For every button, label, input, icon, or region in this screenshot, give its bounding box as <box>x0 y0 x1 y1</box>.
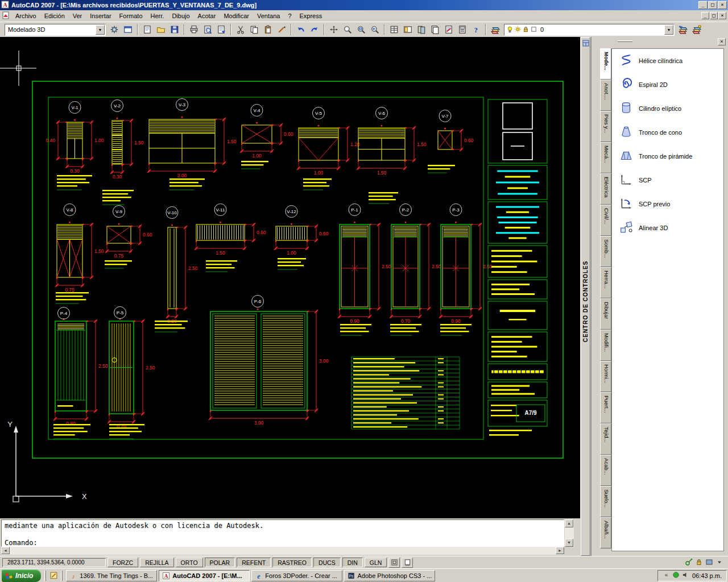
palette-tab-tejid[interactable]: Tejid... <box>600 423 611 455</box>
properties-button[interactable] <box>387 23 401 36</box>
workspace-settings-button[interactable] <box>107 23 121 36</box>
fixture-P-3[interactable]: 2.500.90P-3 <box>439 204 493 325</box>
fixture-V-3[interactable]: 1.502.00V-3 <box>147 99 237 179</box>
fixture-V-8[interactable]: 1.500.75V-8 <box>55 204 104 293</box>
copy-button[interactable] <box>247 23 261 36</box>
pan-button[interactable] <box>327 23 341 36</box>
restore-button[interactable]: □ <box>708 1 717 9</box>
zoom-realtime-button[interactable] <box>341 23 354 36</box>
drawing-canvas[interactable]: 0.401.000.30V-11.500.30V-21.502.00V-30.6… <box>0 37 580 518</box>
palette-tab-somb[interactable]: Somb... <box>600 236 611 267</box>
fixture-V-5[interactable]: 1.201.00V-5 <box>297 107 360 176</box>
palette-tool-tronco-de-cono[interactable]: Tronco de cono <box>612 120 723 144</box>
layer-combo[interactable]: 0 ▼ <box>504 24 675 36</box>
fixture-P-4[interactable]: 2.500.80P-4 <box>53 307 108 427</box>
plot-preview-button[interactable] <box>201 23 214 36</box>
palette-tab-mec[interactable]: Mecá... <box>600 142 611 173</box>
communication-center-icon[interactable] <box>685 558 693 567</box>
palette-close-icon[interactable]: × <box>718 38 726 45</box>
design-center-dock-bar[interactable]: CENTRO DE CONTROLES <box>581 37 590 556</box>
command-horizontal-scrollbar[interactable]: ◄ ► <box>1 547 564 555</box>
menu-help[interactable]: ? <box>284 11 295 21</box>
menu-express[interactable]: Express <box>296 11 326 21</box>
palette-drag-handle[interactable] <box>618 40 632 42</box>
palette-tab-anot[interactable]: Anot.... <box>600 80 611 111</box>
palette-tab-herra[interactable]: Herra... <box>600 267 611 298</box>
task-adobe-photoshop-cs3[interactable]: PsAdobe Photoshop CS3 - ... <box>344 570 435 581</box>
tool-palettes-button[interactable] <box>415 23 428 36</box>
zoom-previous-button[interactable] <box>368 23 382 36</box>
plot-button[interactable] <box>187 23 201 36</box>
paper-space-button[interactable] <box>402 558 413 568</box>
new-file-button[interactable] <box>140 23 154 36</box>
mdi-restore-button[interactable]: □ <box>710 12 718 19</box>
quicklaunch-acad-icon[interactable] <box>48 570 59 581</box>
palette-tool-alinear-3d[interactable]: Alinear 3D <box>612 216 723 240</box>
palette-tool-espiral-2d[interactable]: Espiral 2D <box>612 73 723 97</box>
publish-button[interactable] <box>214 23 228 36</box>
fixture-P-1[interactable]: 2.500.90P-1 <box>338 204 391 325</box>
quickcalc-button[interactable] <box>456 23 469 36</box>
fixture-P-6[interactable]: 3.003.00P-6 <box>209 296 329 426</box>
help-button[interactable]: ? <box>469 23 483 36</box>
mdi-minimize-button[interactable]: _ <box>701 12 709 19</box>
layer-previous-button[interactable] <box>676 23 690 36</box>
fixture-V-12[interactable]: 0.601.00V-12 <box>274 206 329 256</box>
palette-tab-hormi[interactable]: Hormi... <box>600 361 611 392</box>
palette-tab-acab[interactable]: Acab... <box>600 455 611 486</box>
task-1369-the-ting-tings-b[interactable]: ♪1369. The Ting Tings - B... <box>66 570 157 581</box>
toggle-rastreo[interactable]: RASTREO <box>272 558 312 567</box>
palette-tab-puert[interactable]: Puert... <box>600 392 611 423</box>
scroll-left-icon[interactable]: ◄ <box>1 547 10 554</box>
command-history[interactable]: mediante una aplicación de Autodesk o co… <box>1 519 564 547</box>
save-file-button[interactable] <box>168 23 181 36</box>
menu-ventana[interactable]: Ventana <box>253 11 284 21</box>
zoom-window-button[interactable] <box>354 23 368 36</box>
designcenter-button[interactable] <box>401 23 415 36</box>
palette-tab-dibujar[interactable]: Dibujar <box>600 298 611 330</box>
status-arrow-icon[interactable] <box>715 558 723 567</box>
toggle-polar[interactable]: POLAR <box>205 558 235 567</box>
fixture-P-5[interactable]: 2.500.70P-5 <box>107 307 155 430</box>
fixture-V-9[interactable]: 0.600.75V-9 <box>105 206 152 259</box>
palette-tab-civil[interactable]: Civil/... <box>600 205 611 236</box>
menu-archivo[interactable]: Archivo <box>11 11 40 21</box>
messenger-icon[interactable] <box>672 571 680 580</box>
menu-modificar[interactable]: Modificar <box>220 11 253 21</box>
task-autocad-2007-e-m[interactable]: AAutoCAD 2007 - [E:\M... <box>159 570 250 581</box>
toolbar-lock-icon[interactable] <box>695 558 703 567</box>
fixture-V-4[interactable]: 0.601.00V-4 <box>240 105 293 159</box>
menu-herr[interactable]: Herr. <box>147 11 168 21</box>
fixture-V-2[interactable]: 1.500.30V-2 <box>110 100 144 180</box>
toggle-forzc[interactable]: FORZC <box>107 558 138 567</box>
menu-dibujo[interactable]: Dibujo <box>168 11 193 21</box>
layer-states-button[interactable] <box>690 23 704 36</box>
markup-button[interactable] <box>442 23 456 36</box>
cad-drawing[interactable]: 0.401.000.30V-11.500.30V-21.502.00V-30.6… <box>0 37 580 518</box>
workspace-combo[interactable]: Modelado 3D ▼ <box>5 24 106 36</box>
fixture-V-11[interactable]: 0.601.50V-11 <box>195 204 266 256</box>
command-vertical-scrollbar[interactable]: ▲ ▼ <box>565 519 574 547</box>
palette-tool-h-lice-cil-ndrica[interactable]: Hélice cilíndrica <box>612 49 723 73</box>
scroll-right-icon[interactable]: ► <box>556 547 564 554</box>
palette-tab-pies-y[interactable]: Pies y... <box>600 111 611 142</box>
toggle-gln[interactable]: GLN <box>365 558 387 567</box>
sheet-set-manager-button[interactable] <box>428 23 442 36</box>
model-space-button[interactable] <box>388 558 400 568</box>
palette-tab-alba[interactable]: Albañ... <box>600 517 611 548</box>
volume-icon[interactable] <box>682 571 689 580</box>
menu-ver[interactable]: Ver <box>69 11 86 21</box>
combo-dropdown-arrow[interactable]: ▼ <box>664 25 673 35</box>
layer-properties-button[interactable] <box>489 23 502 36</box>
new-window-button[interactable] <box>121 23 135 36</box>
toggle-rejilla[interactable]: REJILLA <box>140 558 173 567</box>
fixture-P-2[interactable]: 2.500.70P-2 <box>390 204 441 325</box>
toggle-din[interactable]: DIN <box>342 558 363 567</box>
fixture-V-10[interactable]: 2.500.20V-10 <box>166 207 198 325</box>
clean-screen-icon[interactable] <box>705 558 713 567</box>
redo-button[interactable] <box>308 23 321 36</box>
start-button[interactable]: Inicio <box>2 569 41 582</box>
toggle-orto[interactable]: ORTO <box>176 558 203 567</box>
minimize-button[interactable]: _ <box>698 1 708 9</box>
palette-tab-el-ctrica[interactable]: Eléctrica <box>600 173 611 205</box>
